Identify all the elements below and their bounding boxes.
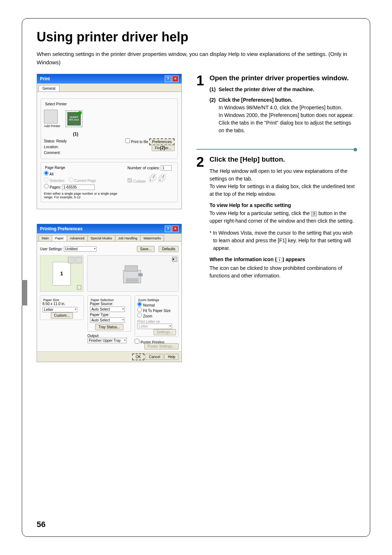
question-icon: ? [311, 211, 317, 216]
status-value: Ready [56, 139, 67, 143]
step-1-title: Open the printer driver properties windo… [209, 74, 355, 83]
zoom-settings-label: Zoom Settings [137, 298, 160, 302]
user-settings-dropdown[interactable]: Untitled [64, 246, 97, 252]
output-dropdown[interactable]: Finisher Upper Tray [87, 338, 127, 343]
step-1-number: 1 [196, 74, 204, 88]
radio-all[interactable] [44, 171, 49, 175]
preferences-button[interactable]: Preferences [149, 138, 175, 145]
tab-watermarks[interactable]: Watermarks [140, 235, 164, 241]
close-icon[interactable]: × [172, 226, 179, 232]
poster-printing-checkbox[interactable] [135, 339, 139, 344]
status-dot-icon [78, 111, 82, 115]
user-settings-label: User Settings: [40, 247, 63, 251]
tab-job-handling[interactable]: Job Handling [115, 235, 141, 241]
svg-rect-16 [126, 280, 139, 281]
location-label: Location: [44, 145, 59, 149]
output-label: Output: [87, 334, 131, 338]
copies-label: Number of copies: [127, 166, 160, 170]
radio-zoom-normal[interactable] [137, 302, 142, 307]
page-number: 56 [37, 520, 45, 529]
radio-selection [44, 177, 49, 182]
collate-checkbox: Collate [127, 179, 146, 183]
copies-input[interactable] [161, 165, 172, 171]
paper-size-label: Paper Size [42, 298, 60, 302]
custom-button[interactable]: Custom... [51, 312, 73, 319]
paper-size-dropdown[interactable]: Letter [42, 307, 77, 312]
step-2-heading-3: When the information icon (i) appears [209, 256, 355, 263]
poster-settings-button: Poster Settings... [144, 343, 179, 349]
tab-advanced[interactable]: Advanced [67, 235, 88, 241]
page-preview: 1 [40, 255, 83, 292]
tab-main[interactable]: Main [38, 235, 52, 241]
substep-1-1-title: Select the printer driver of the machine… [219, 86, 355, 92]
help-icon[interactable]: ? [165, 76, 171, 82]
paper-size-dim: 8.50 x 11.0 in. [42, 302, 81, 306]
svg-rect-17 [126, 281, 139, 283]
step-2-body-3: The icon can be clicked to show prohibit… [209, 264, 355, 280]
pages-input[interactable] [62, 185, 95, 190]
status-label: Status: [44, 139, 55, 143]
printing-preferences-titlebar: Printing Preferences ? × [37, 224, 181, 234]
close-icon[interactable]: × [172, 76, 179, 82]
substep-1-2-num: (2) [209, 97, 216, 134]
preview-toggle-icon[interactable] [77, 285, 81, 289]
radio-zoom-zoom[interactable] [137, 313, 142, 317]
zoom-settings-button: Settings... [154, 329, 176, 335]
printing-preferences-title: Printing Preferences [40, 226, 82, 231]
cancel-button[interactable]: Cancel [146, 354, 163, 360]
ok-button[interactable]: OK [132, 353, 144, 360]
svg-rect-13 [125, 266, 138, 271]
sharp-printer-icon[interactable]: SHARP MX-xxxx [67, 112, 81, 126]
printing-preferences-dialog: Printing Preferences ? × Main Paper Adva… [37, 224, 182, 362]
radio-pages[interactable] [44, 184, 49, 189]
help-button[interactable]: Help [164, 354, 179, 360]
step-2-heading-2: To view Help for a specific setting [209, 202, 355, 208]
print-dialog: Print ? × General Select Printer [37, 74, 182, 209]
sharp-label: SHARP [70, 116, 78, 118]
orientation-icon[interactable] [75, 257, 82, 263]
paper-type-dropdown[interactable]: Auto Select [90, 317, 125, 323]
find-printer-button[interactable]: Fin(2)er... [152, 145, 175, 151]
svg-rect-14 [139, 274, 143, 276]
step-2-number: 2 [196, 155, 204, 169]
tab-general[interactable]: General [38, 85, 60, 92]
machine-preview: ▾ [87, 255, 179, 292]
tab-special-modes[interactable]: Special Modes [87, 235, 115, 241]
substep-1-1-num: (1) [209, 86, 216, 93]
radio-current-page [69, 177, 73, 182]
substep-1-2-title: Click the [Preferences] button. [219, 97, 355, 103]
paper-type-label: Paper Type: [90, 313, 129, 317]
svg-rect-15 [126, 278, 139, 280]
sharp-model: MX-xxxx [69, 118, 79, 121]
radio-zoom-fit[interactable] [137, 307, 142, 312]
add-printer-icon[interactable] [44, 110, 58, 123]
print-dialog-titlebar: Print ? × [37, 74, 181, 84]
preview-page-num: 1 [60, 271, 63, 276]
collate-icon: 123123 [148, 174, 167, 183]
step-2-body-1: The Help window will open to let you vie… [209, 167, 355, 198]
step-2-body-2: To view Help for a particular setting, c… [209, 210, 355, 225]
page-range-label: Page Range [44, 166, 66, 170]
print-to-file-checkbox[interactable]: Print to file [125, 140, 148, 144]
preview-toggle-icon[interactable]: ▾ [172, 257, 177, 262]
annotation-2: (2) [160, 145, 166, 150]
orientation-icon[interactable] [68, 257, 74, 263]
print-letter-dropdown: Letter [137, 324, 172, 329]
paper-source-dropdown[interactable]: Auto Select [90, 307, 125, 312]
help-icon[interactable]: ? [165, 226, 171, 232]
annotation-1: (1) [73, 131, 175, 137]
defaults-button[interactable]: Defaults [159, 246, 179, 252]
substep-1-2-body: In Windows 98/Me/NT 4.0, click the [Prop… [219, 104, 355, 134]
print-letter-label: Print Letter on [137, 320, 176, 324]
save-button[interactable]: Save... [137, 246, 155, 252]
tray-status-button[interactable]: Tray Status... [95, 324, 123, 330]
select-printer-label: Select Printer [44, 102, 68, 106]
paper-selection-label: Paper Selection [90, 298, 115, 302]
page-title: Using printer driver help [37, 29, 355, 45]
page-subtitle: When selecting settings in the printer d… [37, 50, 355, 66]
printer-machine-icon [117, 261, 149, 286]
comment-label: Comment: [44, 151, 61, 155]
pages-hint: Enter either a single page number or a s… [44, 192, 124, 199]
tab-paper[interactable]: Paper [52, 235, 67, 241]
divider [196, 149, 355, 150]
